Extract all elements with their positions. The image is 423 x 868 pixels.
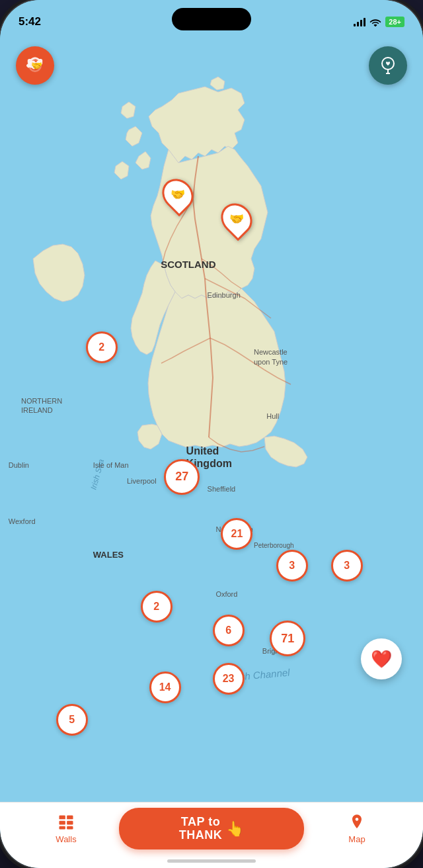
cluster-2-1[interactable]: 2	[86, 331, 118, 363]
heart-icon: ❤️	[371, 649, 392, 670]
status-time: 5:42	[19, 15, 41, 28]
heart-fab-button[interactable]: ❤️	[361, 638, 402, 679]
status-icons: 28+	[354, 17, 404, 27]
cluster-2-2[interactable]: 2	[141, 591, 173, 623]
svg-rect-10	[59, 826, 65, 830]
nav-walls-label: Walls	[56, 834, 76, 844]
signal-icon	[354, 17, 365, 26]
nav-map[interactable]: Map	[304, 813, 410, 844]
svg-rect-9	[67, 821, 73, 825]
map-bg: English Channel Irish Sea SCOTLAND Unite…	[0, 0, 423, 808]
nav-walls[interactable]: Walls	[13, 813, 119, 844]
svg-text:🤝: 🤝	[31, 60, 43, 71]
cluster-3-2[interactable]: 3	[331, 550, 363, 582]
svg-rect-6	[59, 816, 65, 820]
wifi-icon	[369, 17, 381, 26]
phone-screen: 5:42 28+	[0, 0, 423, 868]
uk-map-svg: English Channel Irish Sea	[0, 0, 423, 808]
handshake-button[interactable]: 🤝	[16, 46, 54, 85]
map-pin-1[interactable]: 🤝	[163, 178, 192, 211]
walls-icon	[57, 813, 75, 832]
cluster-3-1[interactable]: 3	[276, 550, 308, 582]
svg-rect-7	[67, 816, 73, 820]
phone-frame: 5:42 28+	[0, 0, 423, 868]
svg-rect-11	[67, 826, 73, 830]
mind-heart-button[interactable]	[369, 46, 407, 85]
bottom-nav: Walls TAP to THANK 👆 Map	[0, 802, 423, 868]
handshake-icon: 🤝	[25, 56, 45, 75]
cluster-27[interactable]: 27	[164, 459, 200, 495]
battery-icon: 28+	[385, 17, 404, 27]
tap-to-thank-text-line2: THANK	[179, 829, 223, 842]
nav-map-label: Map	[348, 834, 365, 844]
tap-to-thank-text-line1: TAP to	[179, 816, 223, 829]
cluster-21[interactable]: 21	[221, 518, 252, 550]
map-icon	[348, 813, 366, 832]
map-pin-2[interactable]: 🤝	[222, 202, 251, 236]
svg-rect-8	[59, 821, 65, 825]
mind-heart-icon	[377, 55, 399, 76]
cluster-71[interactable]: 71	[270, 621, 305, 656]
tap-to-thank-button[interactable]: TAP to THANK 👆	[119, 808, 304, 850]
cluster-23[interactable]: 23	[213, 663, 245, 695]
home-indicator	[167, 859, 256, 863]
tap-icon: 👆	[226, 820, 244, 838]
cluster-6[interactable]: 6	[213, 615, 245, 646]
cluster-5[interactable]: 5	[56, 704, 88, 736]
dynamic-island	[172, 8, 251, 30]
map-container: English Channel Irish Sea SCOTLAND Unite…	[0, 0, 423, 808]
cluster-14[interactable]: 14	[149, 672, 181, 703]
